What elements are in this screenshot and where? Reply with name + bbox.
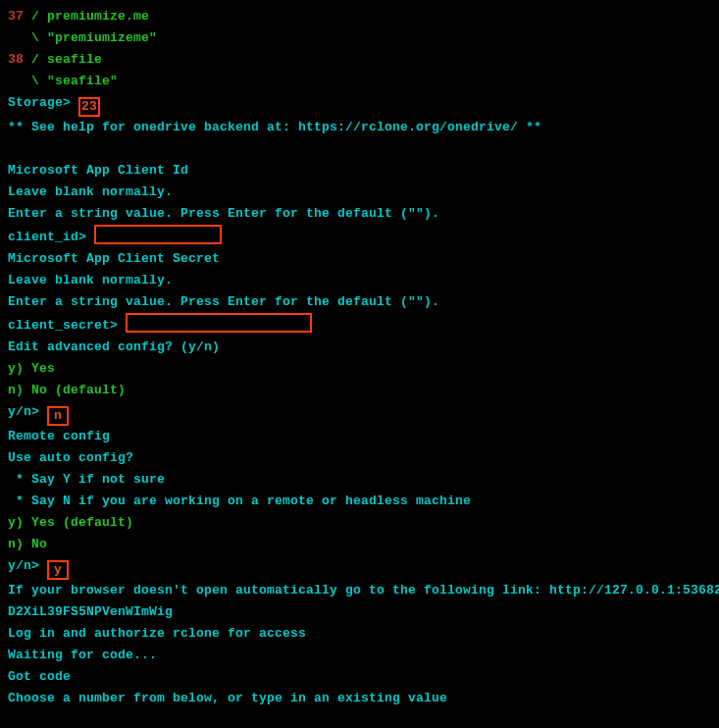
client-id-prompt: client_id> <box>8 230 94 244</box>
choose-number-line: Choose a number from below, or type in a… <box>8 688 711 709</box>
client-secret-input-highlight[interactable] <box>126 313 312 333</box>
n-no-line: n) No <box>8 534 711 555</box>
client-id-input-highlight[interactable] <box>94 225 222 244</box>
leave-blank-2: Leave blank normally. <box>8 270 711 291</box>
yn-input-1-highlight[interactable]: n <box>47 406 69 426</box>
client-id-heading: Microsoft App Client Id <box>8 160 711 182</box>
waiting-line: Waiting for code... <box>8 645 711 666</box>
edit-advanced-line: Edit advanced config? (y/n) <box>8 337 711 358</box>
yn-prompt: y/n> <box>8 404 47 419</box>
browser-link-line-2: D2XiL39FS5NPVenWImWig <box>8 601 711 623</box>
storage-prompt-line[interactable]: Storage> 23 <box>8 92 711 117</box>
client-id-prompt-line[interactable]: client_id> <box>8 225 711 248</box>
enter-string-1: Enter a string value. Press Enter for th… <box>8 203 711 225</box>
help-line: ** See help for onedrive backend at: htt… <box>8 117 711 138</box>
blank-line <box>8 138 711 160</box>
got-code-line: Got code <box>8 666 711 688</box>
client-secret-heading: Microsoft App Client Secret <box>8 248 711 270</box>
say-n-line: * Say N if you are working on a remote o… <box>8 491 711 512</box>
option-37-alias: \ "premiumizeme" <box>8 27 711 49</box>
option-label: seafile <box>47 52 102 67</box>
client-secret-prompt-line[interactable]: client_secret> <box>8 313 711 337</box>
y-yes-default-line: y) Yes (default) <box>8 512 711 534</box>
n-no-default-line: n) No (default) <box>8 380 711 401</box>
option-number: 38 <box>8 52 24 67</box>
use-auto-line: Use auto config? <box>8 447 711 469</box>
client-secret-prompt: client_secret> <box>8 318 126 333</box>
leave-blank-1: Leave blank normally. <box>8 182 711 203</box>
enter-string-2: Enter a string value. Press Enter for th… <box>8 291 711 313</box>
option-38-alias: \ "seafile" <box>8 71 711 92</box>
storage-input-highlight[interactable]: 23 <box>78 97 100 117</box>
browser-link-line: If your browser doesn't open automatical… <box>8 580 711 601</box>
option-38-line: 38 / seafile <box>8 49 711 71</box>
option-number: 37 <box>8 9 24 24</box>
yn-prompt-1-line[interactable]: y/n> n <box>8 401 711 426</box>
say-y-line: * Say Y if not sure <box>8 469 711 491</box>
option-37-line: 37 / premiumize.me <box>8 6 711 27</box>
yn-input-2-highlight[interactable]: y <box>47 560 69 580</box>
storage-prompt: Storage> <box>8 95 78 110</box>
option-label: premiumize.me <box>47 9 149 24</box>
yn-prompt: y/n> <box>8 558 47 573</box>
y-yes-line: y) Yes <box>8 358 711 380</box>
remote-config-line: Remote config <box>8 426 711 447</box>
login-line: Log in and authorize rclone for access <box>8 623 711 645</box>
yn-prompt-2-line[interactable]: y/n> y <box>8 555 711 580</box>
